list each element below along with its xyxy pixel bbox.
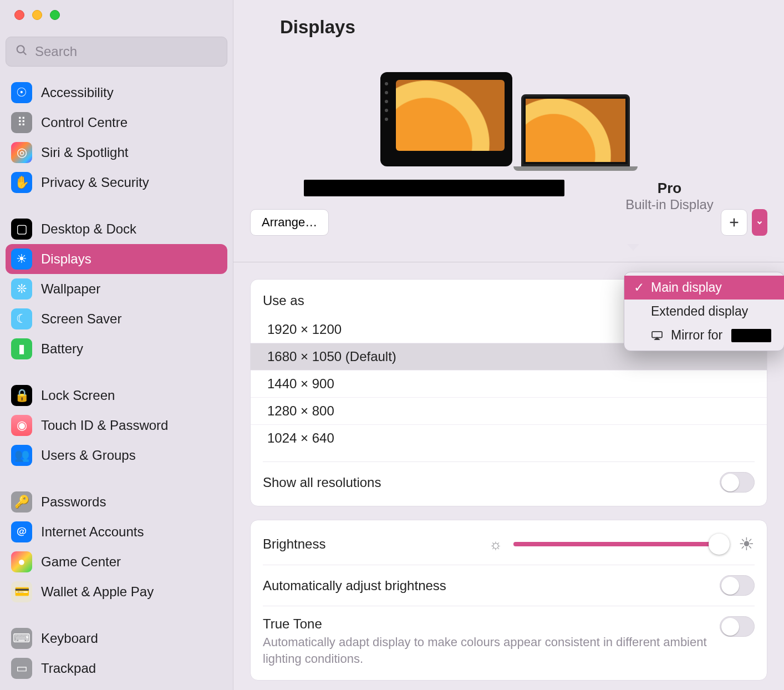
passwords-icon: 🔑 [11,491,32,513]
sidebar-item-label: Wallet & Apple Pay [41,584,222,600]
auto-brightness-label: Automatically adjust brightness [263,578,446,593]
sidebar-item-label: Touch ID & Password [41,418,222,433]
sidebar-item-passwords[interactable]: 🔑Passwords [6,487,227,517]
chevron-down-icon [756,219,763,226]
window-controls [0,10,233,20]
resolution-option[interactable]: 1440 × 900 [251,370,767,397]
sidebar-item-label: Siri & Spotlight [41,145,222,160]
main-content: Displays Pro Built-in Display [233,0,784,690]
sidebar-item-label: Wallpaper [41,281,222,297]
screen-saver-icon: ☾ [11,308,32,329]
svg-rect-4 [652,331,662,337]
sidebar-item-label: Battery [41,341,222,357]
sidebar-item-accessibility[interactable]: ☉Accessibility [6,78,227,108]
users-groups-icon: 👥 [11,445,32,466]
sidebar-item-label: Keyboard [41,631,222,646]
true-tone-toggle[interactable] [720,616,755,637]
sidebar-item-label: Desktop & Dock [41,221,222,237]
auto-brightness-toggle[interactable] [720,575,755,596]
builtin-display-thumbnail[interactable] [521,94,638,171]
sidebar-item-wallet-apple-pay[interactable]: 💳Wallet & Apple Pay [6,577,227,607]
page-header: Displays [233,0,784,44]
sidebar-item-label: Passwords [41,494,222,510]
use-as-option[interactable]: Extended display [624,300,784,323]
desktop-dock-icon: ▢ [11,219,32,240]
display-captions: Pro Built-in Display [233,180,784,212]
show-all-resolutions-toggle[interactable] [720,472,755,493]
resolution-option[interactable]: 1280 × 800 [251,397,767,424]
external-display-thumbnail[interactable] [380,72,512,171]
use-as-option-label: Mirror for [671,328,722,343]
brightness-card: Brightness ☼ ☀ Automatically adjust brig… [250,520,767,681]
sidebar-item-users-groups[interactable]: 👥Users & Groups [6,440,227,470]
sidebar-item-trackpad[interactable]: ▭Trackpad [6,653,227,683]
use-as-option-label: Extended display [651,304,748,319]
svg-line-1 [23,52,26,55]
use-as-option-label: Main display [651,280,722,295]
sidebar-item-desktop-dock[interactable]: ▢Desktop & Dock [6,214,227,244]
brightness-slider-wrap: ☼ ☀ [489,534,755,555]
sidebar-item-label: Internet Accounts [41,524,222,540]
lock-screen-icon: 🔒 [11,385,32,406]
sidebar-item-battery[interactable]: ▮Battery [6,334,227,364]
selected-display-subtitle: Built-in Display [625,197,714,212]
plus-icon [728,216,740,229]
search-field [6,37,227,67]
sidebar-item-label: Control Centre [41,115,222,130]
sidebar: ☉Accessibility⠿Control Centre◎Siri & Spo… [0,0,233,690]
sidebar-item-label: Screen Saver [41,311,222,327]
svg-point-0 [17,45,24,53]
sidebar-item-touch-id[interactable]: ◉Touch ID & Password [6,410,227,440]
window-fullscreen-button[interactable] [50,10,60,20]
true-tone-description: Automatically adapt display to make colo… [263,634,717,667]
sidebar-item-control-centre[interactable]: ⠿Control Centre [6,108,227,138]
wallpaper-icon: ❊ [11,278,32,300]
page-title: Displays [280,17,762,38]
sidebar-item-wallpaper[interactable]: ❊Wallpaper [6,274,227,304]
sidebar-item-keyboard[interactable]: ⌨Keyboard [6,623,227,653]
window-close-button[interactable] [14,10,24,20]
keyboard-icon: ⌨ [11,628,32,649]
search-input[interactable] [6,37,227,67]
wallet-apple-pay-icon: 💳 [11,581,32,602]
sidebar-item-label: Privacy & Security [41,175,222,190]
brightness-high-icon: ☀ [739,534,755,555]
touch-id-icon: ◉ [11,415,32,436]
add-display-menu-button[interactable] [752,209,767,236]
use-as-label: Use as [263,293,304,308]
display-arrangement-preview [233,72,784,171]
brightness-slider[interactable] [513,542,727,546]
sidebar-item-label: Accessibility [41,85,222,100]
use-as-option[interactable]: ✓Main display [624,276,784,300]
control-centre-icon: ⠿ [11,112,32,133]
window-minimize-button[interactable] [32,10,42,20]
add-display-button[interactable] [721,209,747,236]
show-all-resolutions-label: Show all resolutions [263,475,381,490]
sidebar-item-privacy-security[interactable]: ✋Privacy & Security [6,168,227,197]
sidebar-item-lock-screen[interactable]: 🔒Lock Screen [6,380,227,410]
sidebar-item-internet-accounts[interactable]: ＠Internet Accounts [6,517,227,547]
brightness-low-icon: ☼ [489,536,502,553]
brightness-label: Brightness [263,536,325,552]
sidebar-item-siri-spotlight[interactable]: ◎Siri & Spotlight [6,138,227,168]
internet-accounts-icon: ＠ [11,521,32,542]
sidebar-item-screen-saver[interactable]: ☾Screen Saver [6,304,227,334]
airplay-icon [651,331,664,341]
use-as-card: Use as ✓Main displayExtended displayMirr… [250,279,767,506]
sidebar-item-game-center[interactable]: ●Game Center [6,547,227,577]
checkmark-icon: ✓ [633,280,644,295]
sidebar-list: ☉Accessibility⠿Control Centre◎Siri & Spo… [0,72,233,683]
game-center-icon: ● [11,551,32,572]
search-icon [16,44,28,59]
sidebar-item-label: Users & Groups [41,448,222,463]
sidebar-item-displays[interactable]: ☀Displays [6,244,227,274]
resolution-option[interactable]: 1024 × 640 [251,424,767,451]
use-as-option[interactable]: Mirror for [624,323,784,347]
accessibility-icon: ☉ [11,82,32,103]
use-as-popover: ✓Main displayExtended displayMirror for [624,272,784,351]
display-settings: Use as ✓Main displayExtended displayMirr… [233,262,784,681]
arrange-button[interactable]: Arrange… [250,209,329,236]
sidebar-item-label: Displays [41,251,222,267]
siri-spotlight-icon: ◎ [11,142,32,163]
settings-window: ☉Accessibility⠿Control Centre◎Siri & Spo… [0,0,784,690]
